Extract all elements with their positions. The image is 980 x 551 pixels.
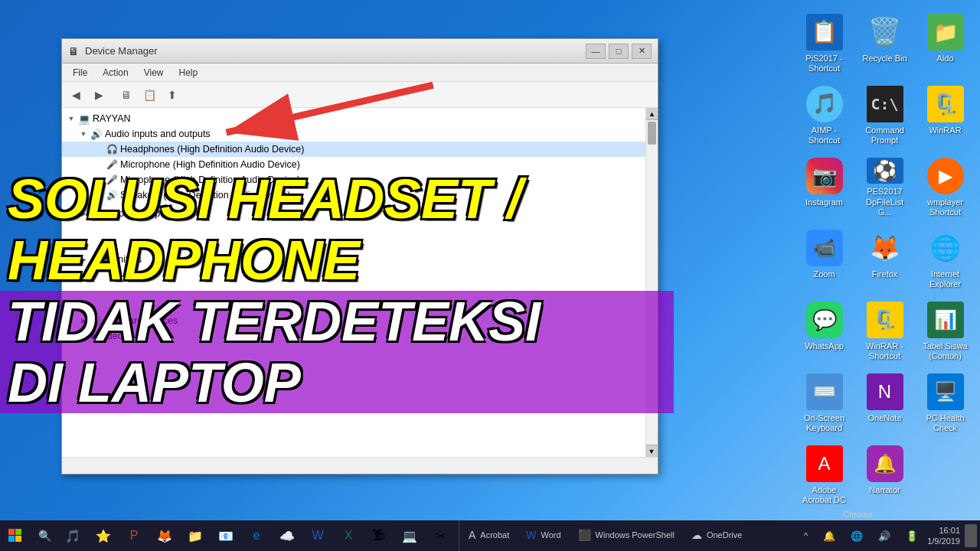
tree-root[interactable]: ▼ 💻 RAYYAN [62,111,645,126]
menu-view[interactable]: View [136,66,172,80]
dm-titlebar: 🖥 Device Manager — □ ✕ [62,39,658,64]
taskbar-volume[interactable]: 🔊 [872,521,897,550]
tree-headphones[interactable]: 🎧 Headphones (High Definition Audio Devi… [62,142,645,157]
tree-monitors[interactable]: ▶ 🖥 Monitors [62,252,645,267]
taskbar-word-running[interactable]: WWord [518,522,568,549]
taskbar-edge[interactable]: e [242,521,271,550]
taskbar-snip[interactable]: ✂ [426,521,455,550]
taskbar-explorer[interactable]: 💻 [395,521,424,550]
taskbar-clock[interactable]: 16:01 1/9/2019 [927,525,960,547]
dm-content: ▼ 💻 RAYYAN ▼ 🔊 Audio inputs and outputs … [62,108,658,457]
taskbar-running-apps: 🎵 ⭐ P 🦊 📁 📧 e ☁️ W X 🗜 💻 ✂ AAcrobat WWor… [58,520,750,551]
mic1-expand [93,158,105,171]
taskbar-date: 1/9/2019 [927,536,960,546]
taskbar-tray-expand[interactable]: ^ [798,521,814,550]
audio-icon: 🔊 [90,128,103,140]
dm-toolbar: ◀ ▶ 🖥 📋 ⬆ [62,82,658,108]
speakers-label: Speakers (High Definition Audio Device) [120,190,290,201]
svg-rect-4 [8,536,15,542]
minimize-button[interactable]: — [586,44,606,59]
desktop-icon-aimp[interactable]: 🎵 AIMP - Shortcut [795,80,853,148]
software-expand-icon: ▶ [77,315,90,327]
dm-statusbar [62,457,658,474]
video-icon: 📹 [90,330,103,342]
taskbar-powerpoint[interactable]: P [119,521,149,550]
toolbar-back[interactable]: ◀ [65,85,87,105]
tree-display[interactable]: ▶ 🖥 Display adapters [62,206,645,221]
menu-file[interactable]: File [65,66,95,80]
taskbar-acrobat[interactable]: AAcrobat [461,522,517,549]
menu-action[interactable]: Action [95,66,136,80]
desktop-icon-osk[interactable]: ⌨️ On-Screen Keyboard [795,367,853,436]
mic1-icon: 🎤 [105,158,119,171]
tree-software[interactable]: ▶ 💿 Software devices [62,313,645,328]
audio-label: Audio inputs and outputs [105,129,211,139]
taskbar-mail[interactable]: 📧 [211,521,240,550]
dm-titlebar-icon: 🖥 [68,45,79,57]
software-icon: 💿 [90,315,103,327]
desktop-icon-firefox[interactable]: 🦊 Firefox [856,223,913,292]
mic2-label: Microphone (High Definition Audio Device… [120,174,300,185]
desktop-icon-tabel-siswa[interactable]: 📊 Tabel Siswa (Contoh) [916,295,974,364]
desktop-icon-aldo[interactable]: 📁 Aldo [916,8,974,77]
window-controls: — □ ✕ [586,44,652,59]
taskbar-network[interactable]: 🌐 [844,521,869,550]
desktop-icon-winrar[interactable]: 🗜️ WinRAR [916,80,974,148]
taskbar-store[interactable]: ⭐ [89,521,118,550]
taskbar-winrar[interactable]: 🗜 [364,521,394,550]
tree-mic2[interactable]: 🎤 Microphone (High Definition Audio Devi… [62,172,645,187]
desktop-icon-zoom[interactable]: 📹 Zoom [795,223,853,292]
desktop-icon-ie[interactable]: 🌐 Internet Explorer [916,223,974,292]
svg-rect-2 [8,529,15,535]
display-expand-icon: ▶ [77,207,90,220]
start-button[interactable] [0,520,31,551]
taskbar-notification[interactable]: 🔔 [817,521,841,550]
taskbar-word[interactable]: W [303,521,332,550]
taskbar-search-button[interactable]: 🔍 [31,520,58,551]
taskbar-powershell[interactable]: ⬛Windows PowerShell [570,522,682,549]
dm-menubar: File Action View Help [62,64,658,82]
desktop-icon-narrator[interactable]: 🔔 Narrator [856,439,913,508]
dm-tree[interactable]: ▼ 💻 RAYYAN ▼ 🔊 Audio inputs and outputs … [62,108,645,457]
toolbar-scan[interactable]: 🖥 [116,85,137,105]
desktop-icon-pes2017[interactable]: ⚽ PES2017 DpFileList G... [856,152,913,220]
taskbar-firefox[interactable]: 🦊 [150,521,179,550]
desktop-icon-whatsapp[interactable]: 💬 WhatsApp [795,295,853,364]
tree-mic1[interactable]: 🎤 Microphone (High Definition Audio Devi… [62,157,645,172]
root-expand-icon: ▼ [65,112,77,125]
maximize-button[interactable]: □ [609,44,629,59]
desktop-icon-pc-health[interactable]: 🖥️ PC Health Check [916,367,974,436]
taskbar-battery[interactable]: 🔋 [900,521,924,550]
mic2-expand [93,174,105,186]
desktop-icon-acrobat[interactable]: A Adobe Acrobat DC [795,439,853,508]
taskbar-time: 16:01 [939,525,960,536]
desktop-icon-winrar-shortcut[interactable]: 🗜️ WinRAR - Shortcut [856,295,913,364]
software-label: Software devices [105,315,178,326]
taskbar-folder[interactable]: 📁 [181,521,210,550]
taskbar: 🔍 🎵 ⭐ P 🦊 📁 📧 e ☁️ W X 🗜 💻 ✂ AAcrobat WW… [0,520,980,551]
display-icon: 🖥 [90,207,103,220]
taskbar-onedrive-running[interactable]: ☁OneDrive [684,522,750,549]
dm-scrollbar[interactable]: ▲ ▼ [645,108,658,457]
taskbar-show-desktop[interactable] [965,524,977,547]
taskbar-excel[interactable]: X [334,521,363,550]
video-label: ideo [105,331,123,341]
desktop-icon-recycle-bin[interactable]: 🗑️ Recycle Bin [856,8,913,77]
tree-video[interactable]: ▶ 📹 ideo [62,328,645,344]
toolbar-update[interactable]: ⬆ [162,85,183,105]
desktop-icon-wmplayer[interactable]: ▶ wmplayer Shortcut [916,152,974,220]
tree-speakers[interactable]: 🔊 Speakers (High Definition Audio Device… [62,187,645,203]
desktop-icon-pis2017[interactable]: 📋 PiS2017 - Shortcut [795,8,853,77]
taskbar-onedrive[interactable]: ☁️ [273,521,302,550]
desktop-icon-instagram[interactable]: 📷 Instagram [795,152,853,220]
desktop-icon-cmd[interactable]: C:\ Command Prompt [856,80,913,148]
taskbar-media-player[interactable]: 🎵 [58,521,87,550]
close-button[interactable]: ✕ [632,44,652,59]
desktop-icon-onenote[interactable]: N OneNote [856,367,913,436]
audio-expand-icon: ▼ [77,128,90,140]
video-expand-icon: ▶ [77,330,90,342]
tree-audio[interactable]: ▼ 🔊 Audio inputs and outputs [62,126,645,142]
toolbar-forward[interactable]: ▶ [88,85,109,105]
menu-help[interactable]: Help [172,66,206,80]
toolbar-properties[interactable]: 📋 [139,85,160,105]
